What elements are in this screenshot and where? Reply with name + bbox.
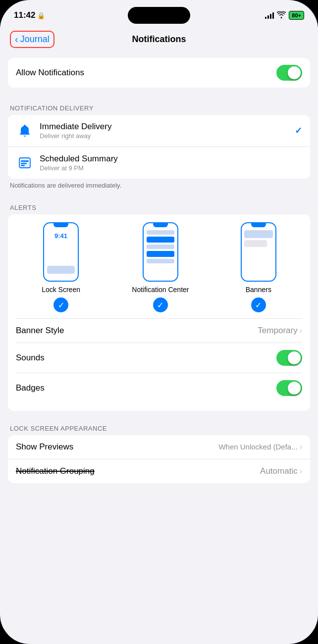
alerts-label: ALERTS: [0, 197, 318, 214]
allow-notifications-card: Allow Notifications: [8, 58, 310, 88]
allow-notifications-row[interactable]: Allow Notifications: [8, 58, 310, 88]
immediate-delivery-check: ✓: [295, 125, 302, 136]
notification-delivery-label: NOTIFICATION DELIVERY: [0, 98, 318, 115]
notification-grouping-value: Automatic: [260, 466, 298, 476]
wifi-icon: [277, 11, 286, 20]
banner-style-row[interactable]: Banner Style Temporary ›: [16, 319, 302, 343]
notification-center-alert-label: Notification Center: [132, 286, 189, 294]
page-title: Notifications: [132, 34, 186, 45]
alerts-section: ALERTS 9:41 L: [0, 197, 318, 411]
banner-style-value: Temporary: [258, 326, 297, 336]
notification-delivery-section: NOTIFICATION DELIVERY Immediate Delivery…: [0, 98, 318, 194]
scheduled-summary-subtitle: Deliver at 9 PM: [40, 164, 302, 172]
alert-icons-row: 9:41 Lock Screen ✓: [16, 222, 302, 312]
delivery-note: Notifications are delivered immediately.: [0, 179, 318, 194]
sounds-label: Sounds: [16, 353, 276, 363]
back-label: Journal: [20, 34, 50, 45]
svg-rect-3: [21, 165, 25, 166]
lock-screen-appearance-card: Show Previews When Unlocked (Defa... › N…: [8, 435, 310, 483]
badges-row[interactable]: Badges: [16, 373, 302, 403]
show-previews-row[interactable]: Show Previews When Unlocked (Defa... ›: [8, 435, 310, 459]
badges-toggle[interactable]: [276, 380, 302, 396]
lock-screen-alert-label: Lock Screen: [42, 286, 80, 294]
allow-notifications-label: Allow Notifications: [16, 68, 276, 78]
lock-screen-check: ✓: [53, 297, 68, 312]
badges-toggle-knob: [288, 382, 301, 395]
banner-style-chevron: ›: [300, 326, 302, 335]
badges-label: Badges: [16, 383, 276, 393]
navigation-bar: ‹ Journal Notifications: [0, 27, 318, 54]
battery-icon: 80+: [289, 11, 304, 20]
lock-icon: 🔒: [37, 12, 45, 19]
alerts-card: 9:41 Lock Screen ✓: [8, 214, 310, 411]
scheduled-summary-row[interactable]: Scheduled Summary Deliver at 9 PM: [8, 147, 310, 179]
list-icon: [16, 154, 34, 172]
lock-screen-mockup: 9:41: [43, 222, 79, 282]
immediate-delivery-content: Immediate Delivery Deliver right away: [40, 122, 295, 140]
settings-content: Allow Notifications NOTIFICATION DELIVER…: [0, 54, 318, 644]
notification-delivery-card: Immediate Delivery Deliver right away ✓: [8, 115, 310, 179]
notification-center-alert-item[interactable]: Notification Center ✓: [132, 222, 189, 312]
phone-frame: 11:42 🔒: [0, 0, 318, 644]
notification-center-check: ✓: [153, 297, 168, 312]
notification-grouping-chevron: ›: [300, 467, 302, 476]
show-previews-label: Show Previews: [16, 442, 218, 452]
immediate-delivery-row[interactable]: Immediate Delivery Deliver right away ✓: [8, 115, 310, 147]
banners-check: ✓: [251, 297, 266, 312]
show-previews-chevron: ›: [300, 443, 302, 451]
show-previews-value: When Unlocked (Defa...: [218, 443, 297, 451]
lock-screen-alert-item[interactable]: 9:41 Lock Screen ✓: [42, 222, 80, 312]
banner-style-label: Banner Style: [16, 326, 258, 336]
sounds-toggle[interactable]: [276, 350, 302, 366]
phone-screen: 11:42 🔒: [0, 0, 318, 644]
notification-grouping-label: Notification Grouping: [16, 466, 260, 476]
allow-notifications-toggle[interactable]: [276, 65, 302, 81]
svg-rect-2: [21, 163, 27, 164]
immediate-delivery-subtitle: Deliver right away: [40, 132, 295, 140]
mock-time: 9:41: [54, 232, 67, 240]
lock-screen-appearance-section: LOCK SCREEN APPEARANCE Show Previews Whe…: [0, 418, 318, 483]
mockup-notch: [53, 223, 68, 227]
lock-screen-appearance-label: LOCK SCREEN APPEARANCE: [0, 418, 318, 435]
back-chevron-icon: ‹: [15, 34, 18, 45]
signal-icon: [265, 12, 274, 19]
notification-grouping-label-text: Notification Grouping: [16, 466, 95, 476]
sounds-toggle-knob: [288, 351, 301, 364]
immediate-delivery-title: Immediate Delivery: [40, 122, 295, 132]
lock-screen-banner: [47, 266, 75, 274]
back-button[interactable]: ‹ Journal: [10, 31, 54, 48]
scheduled-summary-title: Scheduled Summary: [40, 154, 302, 164]
bell-icon: [16, 122, 34, 140]
notification-grouping-row[interactable]: Notification Grouping Automatic ›: [8, 459, 310, 483]
banners-mockup: [241, 222, 276, 282]
banners-alert-label: Banners: [246, 286, 271, 294]
toggle-knob: [288, 66, 301, 79]
dynamic-island: [128, 7, 190, 24]
nc-bars: [144, 223, 177, 267]
mockup-notch-2: [153, 223, 168, 227]
notification-center-mockup: [143, 222, 178, 282]
mockup-notch-3: [251, 223, 266, 227]
status-time: 11:42 🔒: [14, 10, 45, 20]
banners-alert-item[interactable]: Banners ✓: [241, 222, 276, 312]
status-icons: 80+: [265, 11, 304, 20]
battery-percent: 80+: [289, 11, 304, 20]
scheduled-summary-content: Scheduled Summary Deliver at 9 PM: [40, 154, 302, 172]
svg-rect-1: [21, 160, 29, 162]
sounds-row[interactable]: Sounds: [16, 343, 302, 373]
